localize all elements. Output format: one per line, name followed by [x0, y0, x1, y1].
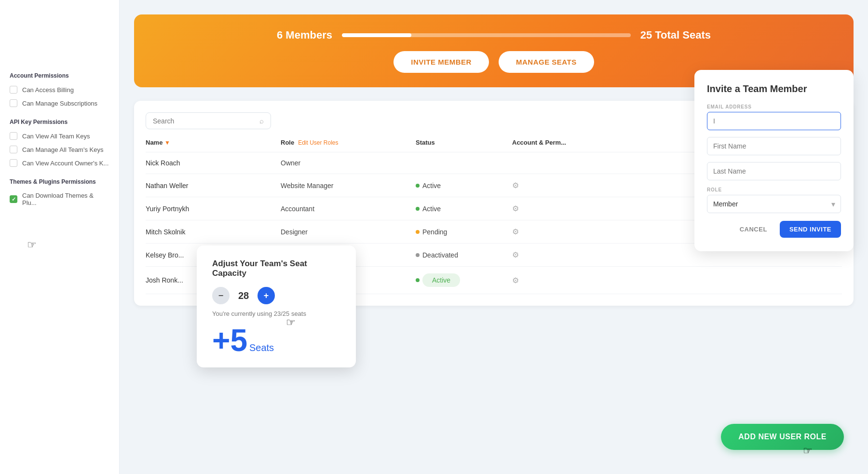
member-status: Active: [416, 273, 512, 287]
view-owner-key-checkbox[interactable]: [10, 159, 17, 167]
cursor-icon: ☞: [803, 445, 813, 457]
view-team-keys-checkbox[interactable]: [10, 132, 17, 140]
member-name: Mitch Skolnik: [146, 228, 281, 236]
stepper-minus-button[interactable]: −: [212, 287, 230, 304]
col-account-header: Account & Perm...: [512, 139, 609, 146]
email-input[interactable]: [707, 112, 841, 130]
invite-actions: CANCEL SEND INVITE: [707, 221, 841, 238]
role-form-group: ROLE Member Admin Owner ▾: [707, 187, 841, 213]
member-status: Active: [416, 205, 512, 213]
billing-checkbox[interactable]: [10, 86, 17, 94]
stepper-value: 28: [236, 290, 251, 301]
member-status: Pending: [416, 228, 512, 236]
status-text: Deactivated: [422, 251, 458, 259]
banner-members-count: 6 Members: [277, 29, 332, 41]
member-gear[interactable]: ⚙: [512, 204, 609, 213]
main-content: 6 Members 25 Total Seats INVITE MEMBER M…: [120, 0, 868, 474]
sidebar-item-subscriptions[interactable]: Can Manage Subscriptions: [10, 99, 109, 107]
role-select-wrapper: Member Admin Owner ▾: [707, 195, 841, 213]
invite-panel-title: Invite a Team Member: [707, 83, 841, 95]
seat-add-label: Seats: [249, 342, 274, 353]
role-select[interactable]: Member Admin Owner: [707, 195, 841, 213]
sidebar-item-view-owner-key[interactable]: Can View Account Owner's K...: [10, 159, 109, 167]
role-label: ROLE: [707, 187, 841, 192]
seat-capacity-popup: Adjust Your Team's Seat Capacity − 28 + …: [197, 245, 356, 367]
gear-icon[interactable]: ⚙: [512, 276, 519, 284]
col-status-header: Status: [416, 139, 512, 146]
member-role: Accountant: [281, 205, 416, 213]
manage-team-keys-checkbox[interactable]: [10, 146, 17, 153]
view-team-keys-label: Can View All Team Keys: [22, 133, 90, 140]
col-role-header: Role Edit User Roles: [281, 139, 416, 146]
sidebar-item-manage-team-keys[interactable]: Can Manage All Team's Keys: [10, 146, 109, 153]
member-role: Owner: [281, 159, 416, 167]
invite-member-button[interactable]: INVITE MEMBER: [393, 51, 489, 73]
status-dot-active: [416, 207, 420, 211]
send-invite-button[interactable]: SEND INVITE: [780, 221, 841, 238]
cancel-button[interactable]: CANCEL: [733, 221, 774, 238]
sidebar: Account Permissions Can Access Billing C…: [0, 0, 120, 474]
sort-icon: ▼: [164, 139, 170, 146]
member-name: Nick Roach: [146, 159, 281, 167]
add-new-user-role-button[interactable]: ADD NEW USER ROLE: [721, 424, 844, 450]
member-name: Nathan Weller: [146, 182, 281, 190]
seat-stepper: − 28 + ☞: [212, 287, 340, 304]
subscriptions-label: Can Manage Subscriptions: [22, 100, 97, 107]
status-dot-active: [416, 278, 420, 282]
status-text: Active: [422, 182, 441, 190]
seat-add-number: +5: [212, 325, 247, 356]
banner-stats: 6 Members 25 Total Seats: [277, 29, 711, 41]
edit-roles-link[interactable]: Edit User Roles: [298, 139, 338, 146]
stepper-plus-button[interactable]: +: [258, 287, 275, 304]
member-status: Active: [416, 182, 512, 190]
seat-add-display: +5 Seats: [212, 325, 340, 356]
search-icon: ⌕: [259, 117, 264, 125]
gear-icon[interactable]: ⚙: [512, 228, 519, 236]
member-gear[interactable]: ⚙: [512, 276, 609, 285]
active-badge: Active: [422, 273, 460, 287]
last-name-form-group: [707, 162, 841, 180]
billing-label: Can Access Billing: [22, 86, 74, 94]
download-themes-checkbox[interactable]: [10, 195, 17, 203]
first-name-input[interactable]: [707, 137, 841, 155]
col-name-header: Name ▼: [146, 139, 281, 146]
banner-buttons: INVITE MEMBER MANAGE SEATS: [393, 51, 594, 73]
invite-panel: Invite a Team Member EMAIL ADDRESS ROLE …: [694, 70, 854, 251]
search-input[interactable]: [153, 117, 259, 125]
gear-icon[interactable]: ⚙: [512, 181, 519, 190]
seat-using-text: You're currently using 23/25 seats: [212, 310, 340, 317]
last-name-input[interactable]: [707, 162, 841, 180]
status-text: Pending: [422, 228, 447, 236]
cursor-icon: ☞: [286, 316, 296, 329]
member-role: Website Manager: [281, 182, 416, 190]
subscriptions-checkbox[interactable]: [10, 99, 17, 107]
status-dot-active: [416, 184, 420, 188]
member-status: Deactivated: [416, 251, 512, 259]
search-bar[interactable]: ⌕: [146, 112, 271, 129]
gear-icon[interactable]: ⚙: [512, 204, 519, 213]
member-gear[interactable]: ⚙: [512, 250, 609, 259]
member-gear[interactable]: ⚙: [512, 181, 609, 190]
member-gear[interactable]: ⚙: [512, 227, 609, 236]
banner-seats-count: 25 Total Seats: [640, 29, 711, 41]
progress-bar-fill: [342, 33, 411, 37]
cursor-icon: ☞: [27, 239, 37, 251]
status-dot-pending: [416, 230, 420, 234]
email-form-group: EMAIL ADDRESS: [707, 104, 841, 130]
sidebar-item-billing[interactable]: Can Access Billing: [10, 86, 109, 94]
seat-popup-title: Adjust Your Team's Seat Capacity: [212, 259, 340, 278]
status-text: Active: [422, 205, 441, 213]
gear-icon[interactable]: ⚙: [512, 251, 519, 259]
status-dot-deactivated: [416, 253, 420, 257]
progress-bar-container: [342, 33, 631, 37]
download-themes-label: Can Download Themes & Plu...: [22, 192, 109, 206]
themes-plugins-title: Themes & Plugins Permissions: [10, 178, 109, 185]
sidebar-item-view-team-keys[interactable]: Can View All Team Keys: [10, 132, 109, 140]
email-label: EMAIL ADDRESS: [707, 104, 841, 109]
manage-seats-button[interactable]: MANAGE SEATS: [499, 51, 594, 73]
first-name-form-group: [707, 137, 841, 155]
member-role: Designer: [281, 228, 416, 236]
sidebar-item-download-themes[interactable]: Can Download Themes & Plu...: [10, 192, 109, 206]
view-owner-key-label: Can View Account Owner's K...: [22, 160, 108, 167]
account-permissions-title: Account Permissions: [10, 72, 109, 79]
